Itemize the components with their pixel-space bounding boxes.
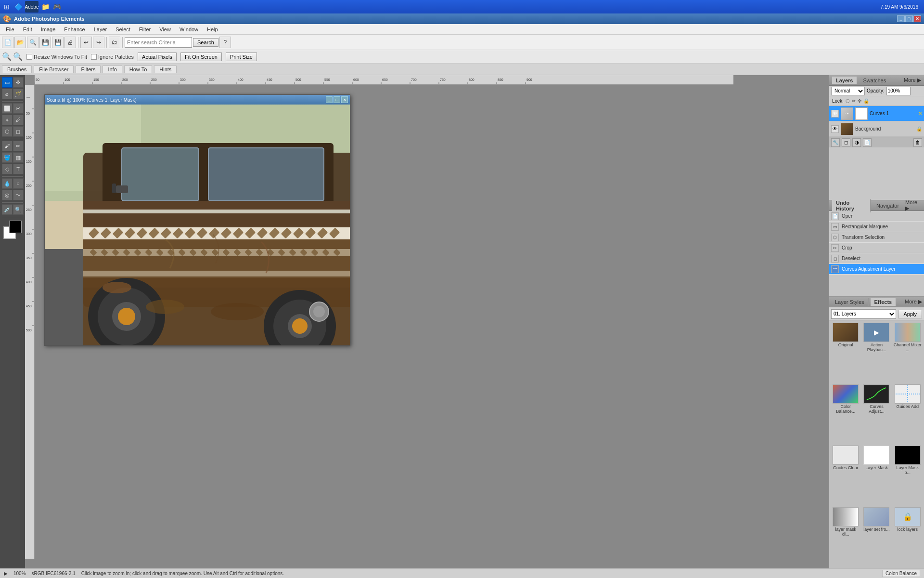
effect-layer-mask-b[interactable]: Layer Mask b...	[893, 446, 922, 505]
history-open[interactable]: 📄 Open	[829, 211, 924, 222]
close-button[interactable]: ✕	[913, 15, 921, 22]
gradient-tool[interactable]: ▦	[13, 152, 24, 163]
zoom-minus-icon[interactable]: 🔍	[13, 52, 23, 61]
info-button[interactable]: Info	[103, 66, 122, 73]
layer-visibility-curves1[interactable]: 👁	[831, 110, 839, 118]
history-transform[interactable]: ⬡ Transform Selection	[829, 232, 924, 243]
effect-color-balance[interactable]: Color Balance...	[831, 384, 860, 444]
how-to-button[interactable]: How To	[124, 66, 152, 73]
taskbar-icon-1[interactable]: 🔷	[13, 2, 23, 12]
zoom-plus-icon[interactable]: 🔍	[2, 52, 12, 61]
start-button[interactable]: ⊞	[2, 2, 12, 12]
eraser-tool[interactable]: ⬡	[2, 126, 13, 137]
maximize-button[interactable]: □	[905, 15, 913, 22]
doc-minimize[interactable]: _	[326, 96, 333, 103]
effect-guides-clear[interactable]: Guides Clear	[831, 446, 860, 505]
menu-view[interactable]: View	[155, 26, 175, 33]
print-button[interactable]: 🖨	[64, 37, 76, 48]
redo-button[interactable]: ↪	[93, 37, 104, 48]
paint-bucket[interactable]: 🪣	[2, 152, 13, 163]
taskbar-icon-4[interactable]: 🎮	[52, 2, 62, 12]
new-file-button[interactable]: 📄	[2, 37, 13, 48]
foreground-color[interactable]	[9, 221, 22, 233]
history-crop[interactable]: ✂ Crop	[829, 243, 924, 253]
menu-filter[interactable]: Filter	[135, 26, 154, 33]
menu-select[interactable]: Select	[112, 26, 134, 33]
doc-maximize[interactable]: □	[334, 96, 340, 103]
navigator-tab[interactable]: Navigator	[873, 202, 903, 210]
background-eraser[interactable]: ◻	[13, 126, 24, 137]
undo-history-tab[interactable]: Undo History	[832, 199, 871, 212]
magic-wand-tool[interactable]: 🪄	[13, 89, 24, 99]
ignore-palettes-checkbox[interactable]	[91, 54, 97, 60]
cookie-cutter[interactable]: ✂	[13, 103, 24, 114]
apply-effect-button[interactable]: Apply	[898, 310, 922, 318]
layers-more-button[interactable]: More ▶	[904, 77, 921, 83]
layers-tab[interactable]: Layers	[832, 77, 857, 84]
save-button[interactable]: 💾	[39, 37, 51, 48]
add-style-button[interactable]: 🔧	[831, 138, 840, 147]
doc-close[interactable]: ✕	[341, 96, 348, 103]
new-fill-layer-button[interactable]: ◑	[852, 138, 861, 147]
file-browser-button[interactable]: File Browser	[34, 66, 74, 73]
effects-more-button[interactable]: More ▶	[905, 299, 922, 305]
effect-channel-mixer[interactable]: Channel Mixer ...	[893, 323, 922, 382]
effect-guides-add[interactable]: Guides Add	[893, 384, 922, 444]
effect-layer-mask-di[interactable]: layer mask di...	[831, 507, 860, 567]
history-marquee[interactable]: ▭ Rectangular Marquee	[829, 222, 924, 232]
history-curves[interactable]: 〜 Curves Adjustment Layer	[829, 264, 924, 275]
search-box[interactable]	[125, 37, 192, 48]
undo-button[interactable]: ↩	[80, 37, 92, 48]
browse-button[interactable]: 🔍	[27, 37, 38, 48]
add-mask-button[interactable]: ◻	[842, 138, 850, 147]
blend-mode-select[interactable]: Normal	[831, 87, 865, 95]
history-more-button[interactable]: More ▶	[905, 199, 921, 211]
save-as-button[interactable]: 💾	[52, 37, 64, 48]
effects-tab[interactable]: Effects	[871, 298, 897, 306]
new-layer-button[interactable]: 📄	[863, 138, 872, 147]
crop-tool[interactable]: ⬜	[2, 103, 13, 114]
effect-layer-mask[interactable]: Layer Mask	[862, 446, 891, 505]
brush-tool[interactable]: 🖌	[2, 141, 13, 151]
menu-help[interactable]: Help	[203, 26, 222, 33]
move-tool[interactable]: ✜	[13, 77, 24, 88]
menu-enhance[interactable]: Enhance	[60, 26, 89, 33]
type-tool[interactable]: T	[13, 164, 24, 174]
sponge-tool[interactable]: ◎	[2, 190, 13, 200]
dodge-tool[interactable]: ○	[13, 178, 24, 189]
effect-layer-set[interactable]: layer set fro...	[862, 507, 891, 567]
menu-edit[interactable]: Edit	[19, 26, 36, 33]
effects-category-select[interactable]: 01. Layers	[831, 309, 896, 319]
effect-original[interactable]: Original	[831, 323, 860, 382]
filters-button[interactable]: Filters	[76, 66, 101, 73]
layer-styles-tab[interactable]: Layer Styles	[831, 298, 869, 306]
hints-button[interactable]: Hints	[154, 66, 177, 73]
lock-position-icon[interactable]: ✜	[858, 98, 861, 104]
layer-background[interactable]: 👁 Background 🔒	[829, 121, 924, 137]
layer-delete-curves1[interactable]: ✕	[918, 111, 922, 116]
lock-transparency-icon[interactable]: ⬡	[846, 98, 850, 104]
help-button[interactable]: ?	[219, 37, 231, 48]
smudge-tool[interactable]: 〜	[13, 190, 24, 200]
photo-canvas[interactable]	[45, 105, 350, 345]
resize-windows-checkbox[interactable]	[26, 54, 32, 60]
pencil-tool[interactable]: ✏	[13, 141, 24, 151]
fit-on-screen-button[interactable]: Fit On Screen	[180, 53, 222, 61]
lock-pixels-icon[interactable]: ✏	[852, 98, 856, 104]
menu-window[interactable]: Window	[176, 26, 202, 33]
print-size-button[interactable]: Print Size	[226, 53, 257, 61]
brushes-button[interactable]: Brushes	[2, 66, 32, 73]
effect-action-playback[interactable]: ▶ Action Playbac...	[862, 323, 891, 382]
taskbar-icon-2[interactable]: Adobe	[25, 1, 38, 13]
marquee-tool[interactable]: ▭	[2, 77, 13, 88]
search-input[interactable]	[127, 39, 190, 45]
shape-tool[interactable]: ◇	[2, 164, 13, 174]
zoom-tool[interactable]: 🔍	[13, 204, 24, 215]
actual-pixels-button[interactable]: Actual Pixels	[138, 53, 177, 61]
eyedropper-tool[interactable]: 💉	[2, 204, 13, 215]
layer-visibility-bg[interactable]: 👁	[831, 125, 839, 133]
canvas-scroll-area[interactable]: Scana.tif @ 100% (Curves 1, Layer Mask) …	[35, 85, 829, 559]
opacity-input[interactable]	[886, 87, 911, 95]
clone-stamp[interactable]: 🖊	[13, 115, 24, 125]
taskbar-icon-3[interactable]: 📁	[40, 2, 50, 12]
